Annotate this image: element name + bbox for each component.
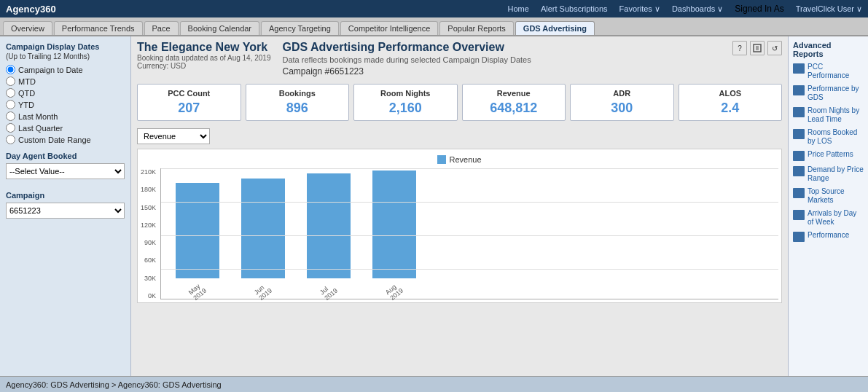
center-content: The Elegance New York Booking data updat… <box>131 36 788 376</box>
bar-jul2019: Jul2019 <box>307 168 351 299</box>
report-top-source-markets[interactable]: Top Source Markets <box>793 187 864 205</box>
top-nav: Home Alert Subscriptions Favorites ∨ Das… <box>508 4 862 14</box>
home-link[interactable]: Home <box>508 4 529 13</box>
y-axis: 210K 180K 150K 120K 90K 60K 30K 0K <box>141 168 160 299</box>
report-room-nights-lead-time[interactable]: Room Nights by Lead Time <box>793 106 864 124</box>
breadcrumb: Agency360: GDS Advertising > Agency360: … <box>0 376 868 392</box>
kpi-revenue: Revenue 648,812 <box>462 84 566 121</box>
app-logo: Agency360 <box>6 4 56 15</box>
bar-may2019-rect <box>176 183 219 278</box>
report-performance-by-gds[interactable]: Performance by GDS <box>793 85 864 102</box>
report-demand-price-range[interactable]: Demand by Price Range <box>793 165 864 183</box>
legend-color-box <box>437 155 446 164</box>
refresh-icon-btn[interactable]: ↺ <box>767 41 782 55</box>
report-room-nights-icon <box>793 107 805 117</box>
report-performance-by-gds-icon <box>793 85 805 95</box>
kpi-room-nights: Room Nights 2,160 <box>353 84 458 121</box>
export-icon-btn[interactable] <box>750 41 765 55</box>
report-performance[interactable]: Performance <box>793 231 864 242</box>
day-agent-label: Day Agent Booked <box>6 152 125 160</box>
bar-jun2019-label: Jun2019 <box>253 281 273 302</box>
alert-subscriptions-link[interactable]: Alert Subscriptions <box>541 4 608 13</box>
campaign-select[interactable]: 6651223 <box>6 203 125 219</box>
campaign-number: Campaign #6651223 <box>283 66 531 77</box>
tab-gds-advertising[interactable]: GDS Advertising <box>515 21 595 35</box>
radio-last-month[interactable]: Last Month <box>6 111 125 121</box>
bar-aug2019-rect <box>372 170 416 278</box>
tab-overview[interactable]: Overview <box>3 21 52 35</box>
booking-data-date: Booking data updated as of Aug 14, 2019 <box>137 54 271 62</box>
sidebar: Campaign Display Dates (Up to Trailing 1… <box>0 36 131 376</box>
user-menu-link[interactable]: TravelClick User ∨ <box>796 4 862 14</box>
report-demand-icon <box>793 166 805 176</box>
report-rooms-booked-icon <box>793 129 805 139</box>
report-price-patterns[interactable]: Price Patterns <box>793 150 864 161</box>
bar-may2019: May2019 <box>176 168 219 299</box>
report-price-patterns-icon <box>793 151 805 161</box>
report-pcc-performance[interactable]: PCC Performance <box>793 63 864 80</box>
dashboards-link[interactable]: Dashboards ∨ <box>672 4 723 14</box>
page-header: GDS Advertising Performance Overview Dat… <box>283 41 531 81</box>
legend-label: Revenue <box>449 155 481 164</box>
report-top-source-icon <box>793 188 805 198</box>
breadcrumb-text: Agency360: GDS Advertising > Agency360: … <box>6 380 222 389</box>
bar-jun2019-rect <box>241 179 285 278</box>
top-bar: Agency360 Home Alert Subscriptions Favor… <box>0 0 868 17</box>
hotel-name: The Elegance New York <box>137 41 271 54</box>
tab-booking-calendar[interactable]: Booking Calendar <box>180 21 259 35</box>
chart-container: Revenue 210K 180K 150K 120K 90K 60K 30K … <box>137 149 782 303</box>
bar-may2019-label: May2019 <box>187 281 208 302</box>
tab-popular-reports[interactable]: Popular Reports <box>439 21 514 35</box>
bar-jul2019-rect <box>307 173 351 278</box>
advanced-reports-title: Advanced Reports <box>793 41 864 58</box>
bar-aug2019-label: Aug2019 <box>384 281 404 302</box>
main-area: Campaign Display Dates (Up to Trailing 1… <box>0 36 868 376</box>
tab-performance-trends[interactable]: Performance Trends <box>54 21 143 35</box>
help-icon-btn[interactable]: ? <box>732 41 747 55</box>
chart-controls: Revenue <box>137 128 782 144</box>
kpi-alos: ALOS 2.4 <box>679 84 783 121</box>
campaign-label: Campaign <box>6 191 125 200</box>
tab-agency-targeting[interactable]: Agency Targeting <box>261 21 339 35</box>
report-pcc-performance-icon <box>793 63 805 74</box>
page-title: GDS Advertising Performance Overview <box>283 41 531 54</box>
report-arrivals-icon <box>793 210 805 220</box>
sidebar-subtitle: (Up to Trailing 12 Months) <box>6 52 125 60</box>
kpi-bookings: Bookings 896 <box>246 84 350 121</box>
bar-jul2019-label: Jul2019 <box>318 281 339 302</box>
radio-custom-date-range[interactable]: Custom Date Range <box>6 135 125 144</box>
date-range-radio-group: Campaign to Date MTD QTD YTD Last Month … <box>6 65 125 144</box>
kpi-adr: ADR 300 <box>570 84 674 121</box>
radio-mtd[interactable]: MTD <box>6 77 125 86</box>
radio-qtd[interactable]: QTD <box>6 88 125 98</box>
favorites-link[interactable]: Favorites ∨ <box>619 4 660 14</box>
kpi-row: PCC Count 207 Bookings 896 Room Nights 2… <box>137 84 782 121</box>
right-panel: Advanced Reports PCC Performance Perform… <box>788 36 868 376</box>
tab-bar: Overview Performance Trends Pace Booking… <box>0 17 868 36</box>
kpi-pcc-count: PCC Count 207 <box>137 84 241 121</box>
bar-aug2019: Aug2019 <box>372 168 416 299</box>
radio-last-quarter[interactable]: Last Quarter <box>6 123 125 133</box>
report-arrivals-day-week[interactable]: Arrivals by Day of Week <box>793 209 864 227</box>
sidebar-section-title: Campaign Display Dates <box>6 42 125 51</box>
chart-metric-select[interactable]: Revenue <box>137 128 210 144</box>
header-action-icons: ? ↺ <box>732 41 782 55</box>
currency-label: Currency: USD <box>137 62 271 70</box>
page-subtitle: Data reflects bookings made during selec… <box>283 55 531 64</box>
signed-in-label: Signed In As <box>735 4 783 14</box>
report-rooms-booked-los[interactable]: Rooms Booked by LOS <box>793 128 864 146</box>
day-agent-select[interactable]: --Select Value-- <box>6 163 125 179</box>
radio-campaign-to-date[interactable]: Campaign to Date <box>6 65 125 74</box>
hotel-info: The Elegance New York Booking data updat… <box>137 41 271 70</box>
tab-competitor-intelligence[interactable]: Competitor Intelligence <box>340 21 439 35</box>
radio-ytd[interactable]: YTD <box>6 100 125 109</box>
tab-pace[interactable]: Pace <box>144 21 179 35</box>
chart-legend: Revenue <box>141 155 778 164</box>
report-performance-icon <box>793 232 805 242</box>
bar-jun2019: Jun2019 <box>241 168 285 299</box>
